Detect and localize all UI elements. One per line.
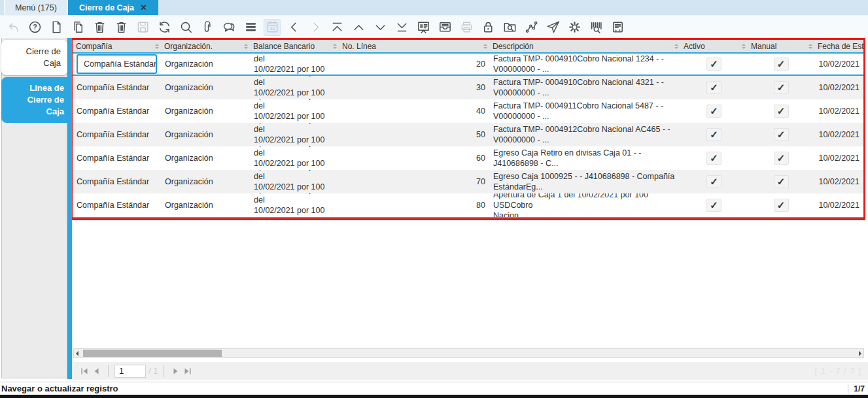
private-record-button[interactable] [479, 19, 496, 36]
paging-bar: / 1 [ 1 - 7 / 7 ] [72, 362, 868, 380]
active-checkbox[interactable]: ✓ [706, 58, 721, 71]
sort-icon[interactable] [244, 44, 248, 49]
manual-checkbox[interactable]: ✓ [774, 199, 789, 212]
cell-descripcion: Apertura de Caja 1 del 10/02/2021 por 10… [489, 193, 680, 217]
last-record-button[interactable] [393, 19, 410, 36]
active-checkbox[interactable]: ✓ [706, 152, 721, 165]
sort-icon[interactable] [742, 44, 746, 49]
toggle-grid-button[interactable] [242, 19, 259, 36]
refresh-button[interactable] [156, 19, 173, 36]
manual-checkbox[interactable]: ✓ [774, 175, 789, 188]
cell-descripcion: Factura TMP- 0004911Cobro Nacional 5487 … [489, 99, 680, 123]
zoom-across-button[interactable] [501, 19, 518, 36]
grid-row[interactable]: Compañía EstándarOrganizaciónApertura de… [73, 99, 863, 123]
manual-checkbox[interactable]: ✓ [774, 105, 789, 118]
next-record-button[interactable] [372, 19, 389, 36]
chat-icon [222, 20, 237, 35]
column-header-5[interactable]: Descripción [489, 40, 680, 52]
cell-activo: ✓ [680, 76, 748, 99]
copy-record-button[interactable] [69, 19, 86, 36]
cell-fecha: 10/02/2021 [814, 54, 863, 75]
column-header-7[interactable]: Manual [748, 40, 814, 52]
calendar-button: 31 [264, 19, 281, 36]
sort-icon[interactable] [483, 44, 487, 49]
parent-record-button[interactable] [285, 19, 302, 36]
active-checkbox[interactable]: ✓ [706, 105, 721, 118]
sort-icon[interactable] [333, 44, 337, 49]
window-tab-menu[interactable]: Menú (175) [4, 0, 68, 15]
grid-row[interactable]: Compañía EstándarOrganizaciónApertura de… [73, 170, 863, 193]
svg-text:31: 31 [269, 25, 275, 31]
undo-button [5, 19, 22, 36]
close-tab-icon[interactable]: ✕ [140, 3, 147, 12]
active-checkbox[interactable]: ✓ [706, 175, 721, 188]
sort-icon[interactable] [808, 44, 812, 49]
page-number-input[interactable] [114, 365, 146, 378]
product-info-button[interactable] [587, 19, 604, 36]
window-bottom-edge [0, 395, 868, 398]
column-header-6[interactable]: Activo [680, 40, 748, 52]
window-tab-cierre-de-caja[interactable]: Cierre de Caja✕ [68, 0, 158, 15]
workflow-button[interactable] [523, 19, 540, 36]
chat-button[interactable] [220, 19, 237, 36]
first-page-icon[interactable] [78, 366, 90, 376]
manual-checkbox[interactable]: ✓ [774, 58, 789, 71]
window-tab-bar: Menú (175)Cierre de Caja✕ [0, 0, 868, 16]
focused-cell[interactable]: Compañía Estándar [77, 54, 157, 74]
window-tab-label: Menú (175) [15, 3, 57, 12]
manual-checkbox[interactable]: ✓ [774, 128, 789, 141]
help-button[interactable]: ? [26, 19, 43, 36]
first-record-button[interactable] [328, 19, 345, 36]
column-header-3[interactable]: Balance Bancario [250, 40, 339, 52]
find-button[interactable] [177, 19, 194, 36]
barcodefind-icon [589, 20, 604, 35]
next-page-icon[interactable] [170, 366, 182, 376]
scroll-right-icon[interactable] [859, 351, 861, 356]
detail-record-button [307, 19, 324, 36]
sidebar-tab-linea-de-cierre-de-caja[interactable]: Linea de Cierre de Caja [1, 77, 72, 123]
last-page-icon[interactable] [182, 366, 194, 376]
previous-page-icon[interactable] [90, 366, 102, 376]
column-header-2[interactable]: Organización. [161, 40, 250, 52]
archive-button[interactable] [436, 19, 453, 36]
grid-row[interactable]: Compañía EstándarOrganizaciónApertura de… [73, 52, 863, 76]
column-header-8[interactable]: Fecha de Est [814, 40, 863, 52]
grid-row[interactable]: Compañía EstándarOrganizaciónApertura de… [73, 76, 863, 99]
active-checkbox[interactable]: ✓ [706, 199, 721, 212]
manual-checkbox[interactable]: ✓ [774, 81, 789, 94]
sidebar-tab-cierre-de-caja[interactable]: Cierre de Caja [1, 40, 67, 75]
cell-activo: ✓ [680, 146, 748, 170]
active-checkbox[interactable]: ✓ [706, 81, 721, 94]
request-button[interactable] [544, 19, 561, 36]
process-button[interactable] [566, 19, 583, 36]
column-header-label: Compañía [76, 42, 112, 51]
cell-activo: ✓ [680, 170, 748, 193]
cell-descripcion: Factura TMP- 0004910Cobro Nacional 4321 … [489, 76, 680, 99]
first-icon [330, 20, 345, 35]
cell-manual: ✓ [748, 76, 814, 99]
new-record-button[interactable] [48, 19, 65, 36]
column-header-1[interactable]: Compañía [73, 40, 161, 52]
find-icon [179, 20, 194, 35]
report-button[interactable] [415, 19, 432, 36]
delete-record-button[interactable] [91, 19, 108, 36]
manual-checkbox[interactable]: ✓ [774, 152, 789, 165]
column-header-4[interactable]: No. Línea [339, 40, 489, 52]
next-icon [373, 20, 388, 35]
cell-activo: ✓ [680, 54, 748, 75]
sort-icon[interactable] [674, 44, 678, 49]
active-checkbox[interactable]: ✓ [706, 128, 721, 141]
grid-row[interactable]: Compañía EstándarOrganizaciónApertura de… [73, 193, 863, 217]
cell-manual: ✓ [748, 170, 814, 193]
scrollbar-thumb[interactable] [83, 350, 222, 357]
scroll-left-icon[interactable] [76, 351, 78, 356]
grid-row[interactable]: Compañía EstándarOrganizaciónApertura de… [73, 146, 863, 170]
cell-no-linea: 40 [339, 99, 489, 123]
help-document-button[interactable] [609, 19, 626, 36]
horizontal-scrollbar[interactable] [73, 348, 864, 358]
grid-row[interactable]: Compañía EstándarOrganizaciónApertura de… [73, 123, 863, 146]
previous-record-button[interactable] [350, 19, 367, 36]
attachment-button[interactable] [199, 19, 216, 36]
delete-selection-button[interactable] [113, 19, 130, 36]
sort-icon[interactable] [155, 44, 159, 49]
